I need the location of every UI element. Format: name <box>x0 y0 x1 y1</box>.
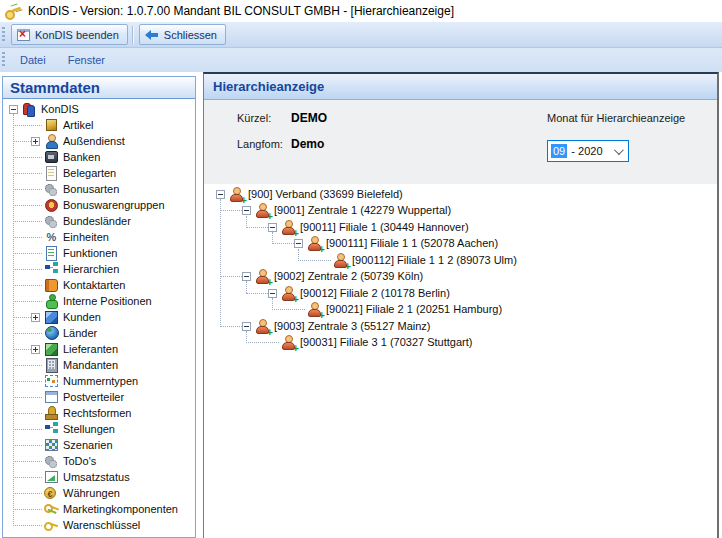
sidebar-item-marketingkomponenten[interactable]: Marketingkomponenten <box>3 501 195 517</box>
page-title: Hierarchieanzeige <box>204 74 717 100</box>
sidebar-item-warenschl-ssel[interactable]: Warenschlüssel <box>3 517 195 533</box>
sidebar-tree: KonDISArtikelAußendienstBankenBelegarten… <box>3 99 195 537</box>
hierarchy-node-90011-filiale-1-30449-hannover[interactable]: +[90011] Filiale 1 (30449 Hannover) <box>204 219 717 235</box>
globe-icon <box>44 326 59 340</box>
tree-label: [900] Verband (33699 Bielefeld) <box>248 188 403 200</box>
person-add-icon: + <box>307 302 322 316</box>
app-keys-icon <box>5 4 22 19</box>
tree-guide <box>13 141 31 142</box>
hierarchy-node-90021-filiale-2-1-20251-hamburg[interactable]: +[90021] Filiale 2 1 (20251 Hamburg) <box>204 301 717 317</box>
sidebar-item-lieferanten[interactable]: Lieferanten <box>3 341 195 357</box>
tree-guide <box>13 477 42 478</box>
tree-guide <box>13 381 42 382</box>
tree-guide <box>13 114 14 526</box>
sidebar-item-nummerntypen[interactable]: Nummerntypen <box>3 373 195 389</box>
person-add-icon: + <box>281 220 296 234</box>
window-titlebar[interactable]: KonDIS - Version: 1.0.7.00 Mandant BIL C… <box>0 0 722 22</box>
window-icon <box>44 390 59 404</box>
hierarchy-node-90031-filiale-3-1-70327-stuttgart[interactable]: +[90031] Filiale 3 1 (70327 Stuttgart) <box>204 334 717 350</box>
sidebar-item-au-endienst[interactable]: Außendienst <box>3 133 195 149</box>
menu-fenster[interactable]: Fenster <box>57 54 116 66</box>
users-icon <box>22 102 37 116</box>
expand-plus-icon[interactable] <box>31 137 40 146</box>
tree-label: Bundesländer <box>63 215 131 227</box>
menu-datei[interactable]: Datei <box>9 54 57 66</box>
sidebar-item-bonusarten[interactable]: Bonusarten <box>3 181 195 197</box>
tree-label: Interne Positionen <box>63 295 152 307</box>
sidebar-item-szenarien[interactable]: Szenarien <box>3 437 195 453</box>
tree-label: [90011] Filiale 1 (30449 Hannover) <box>300 221 469 233</box>
sidebar-item-kontaktarten[interactable]: Kontaktarten <box>3 277 195 293</box>
tree-guide <box>13 205 42 206</box>
tree-label: Szenarien <box>63 439 113 451</box>
month-combobox[interactable]: 09 - 2020 <box>547 140 629 162</box>
expand-plus-icon[interactable] <box>31 345 40 354</box>
collapse-minus-icon[interactable] <box>9 105 18 114</box>
tree-label: Belegarten <box>63 167 116 179</box>
sidebar-item-mandanten[interactable]: Mandanten <box>3 357 195 373</box>
collapse-minus-icon[interactable] <box>242 272 251 281</box>
collapse-minus-icon[interactable] <box>268 289 277 298</box>
collapse-minus-icon[interactable] <box>268 223 277 232</box>
tree-guide <box>13 429 42 430</box>
collapse-minus-icon[interactable] <box>242 322 251 331</box>
tree-guide <box>13 157 42 158</box>
sidebar-item-funktionen[interactable]: Funktionen <box>3 245 195 261</box>
tree-guide <box>13 317 31 318</box>
kondis-beenden-label: KonDIS beenden <box>35 29 119 41</box>
hierarchy-node-900111-filiale-1-1-52078-aachen[interactable]: +[900111] Filiale 1 1 (52078 Aachen) <box>204 235 717 251</box>
sidebar-item-banken[interactable]: Banken <box>3 149 195 165</box>
tree-guide <box>246 293 268 294</box>
collapse-minus-icon[interactable] <box>242 206 251 215</box>
sidebar-item-stellungen[interactable]: Stellungen <box>3 421 195 437</box>
tree-label: Postverteiler <box>63 391 124 403</box>
sidebar-item-kondis[interactable]: KonDIS <box>3 101 195 117</box>
chevron-down-icon[interactable] <box>614 145 624 155</box>
hierarchy-node-90012-filiale-2-10178-berlin[interactable]: +[90012] Filiale 2 (10178 Berlin) <box>204 285 717 301</box>
tree-label: Länder <box>63 327 97 339</box>
sidebar-item-umsatzstatus[interactable]: Umsatzstatus <box>3 469 195 485</box>
toolbar-grip-handle[interactable] <box>2 27 5 43</box>
tree-guide <box>272 232 273 244</box>
schliessen-label: Schliessen <box>164 29 217 41</box>
month-label: Monat für Hierarchieanzeige <box>547 112 685 124</box>
hierarchy-node-900112-filiale-1-1-2-89073-ulm[interactable]: +[900112] Filiale 1 1 2 (89073 Ulm) <box>204 252 717 268</box>
tree-guide <box>13 253 42 254</box>
hierarchy-node-9001-zentrale-1-42279-wuppertal[interactable]: +[9001] Zentrale 1 (42279 Wuppertal) <box>204 202 717 218</box>
tree-guide <box>13 269 42 270</box>
collapse-minus-icon[interactable] <box>216 190 225 199</box>
sidebar-item-l-nder[interactable]: Länder <box>3 325 195 341</box>
hierarchy-node-9002-zentrale-2-50739-k-ln[interactable]: +[9002] Zentrale 2 (50739 Köln) <box>204 268 717 284</box>
sidebar-item-bundesl-nder[interactable]: Bundesländer <box>3 213 195 229</box>
kondis-beenden-button[interactable]: KonDIS beenden <box>11 24 128 45</box>
sidebar-item-belegarten[interactable]: Belegarten <box>3 165 195 181</box>
tree-guide <box>246 216 247 228</box>
chart-icon <box>44 470 59 484</box>
hierarchy-node-900-verband-33699-bielefeld[interactable]: +[900] Verband (33699 Bielefeld) <box>204 186 717 202</box>
sidebar-item-bonuswarengruppen[interactable]: Bonuswarengruppen <box>3 197 195 213</box>
tree-guide <box>220 199 221 327</box>
sidebar-item-einheiten[interactable]: %Einheiten <box>3 229 195 245</box>
hierarchy-node-9003-zentrale-3-55127-mainz[interactable]: +[9003] Zentrale 3 (55127 Mainz) <box>204 318 717 334</box>
sidebar-item-postverteiler[interactable]: Postverteiler <box>3 389 195 405</box>
tree-guide <box>298 249 299 261</box>
fields-area: Kürzel: DEMO Langfom: Demo Monat für Hie… <box>204 100 717 185</box>
sidebar-item-hierarchien[interactable]: Hierarchien <box>3 261 195 277</box>
sidebar-item-interne-positionen[interactable]: Interne Positionen <box>3 293 195 309</box>
tree-guide <box>13 525 42 526</box>
sidebar-item-rechtsformen[interactable]: Rechtsformen <box>3 405 195 421</box>
tree-guide <box>13 413 42 414</box>
document-icon <box>44 166 59 180</box>
schliessen-button[interactable]: Schliessen <box>139 24 226 45</box>
tree-guide <box>246 227 268 228</box>
collapse-minus-icon[interactable] <box>294 239 303 248</box>
tree-guide <box>246 342 279 343</box>
month-selected-value: 09 <box>551 144 567 158</box>
sidebar-item-kunden[interactable]: Kunden <box>3 309 195 325</box>
menubar-grip-handle[interactable] <box>2 52 5 68</box>
expand-plus-icon[interactable] <box>31 313 40 322</box>
sidebar-item-artikel[interactable]: Artikel <box>3 117 195 133</box>
sidebar-item-todo-s[interactable]: ToDo's <box>3 453 195 469</box>
sidebar-item-w-hrungen[interactable]: €Währungen <box>3 485 195 501</box>
package-icon <box>44 118 59 132</box>
